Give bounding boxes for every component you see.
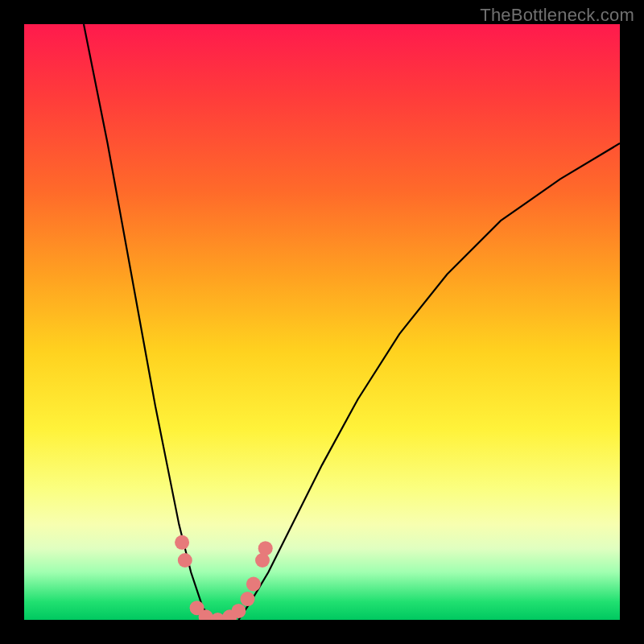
chart-svg (24, 24, 620, 620)
watermark-text: TheBottleneck.com (480, 5, 634, 26)
data-marker (231, 604, 246, 618)
data-marker (178, 553, 192, 568)
curve-left (84, 24, 215, 620)
data-marker (175, 535, 189, 550)
chart-frame: TheBottleneck.com (0, 0, 644, 644)
data-marker (246, 577, 261, 592)
data-marker (258, 541, 273, 555)
marker-group (175, 535, 273, 620)
curve-right (238, 143, 620, 620)
plot-area (24, 24, 620, 620)
data-marker (241, 592, 255, 606)
